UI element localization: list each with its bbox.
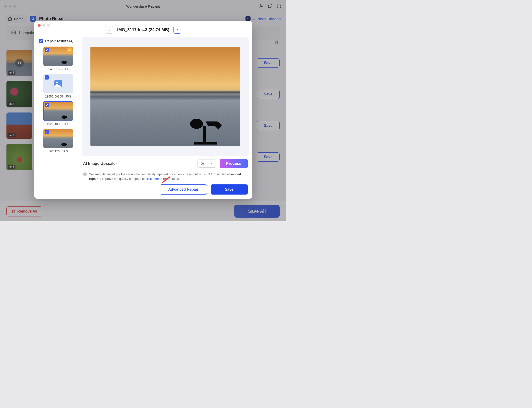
titlebar: Wondershare Repairit xyxy=(0,0,286,12)
home-label: Home xyxy=(14,17,24,21)
thumbnail[interactable]: 3 xyxy=(7,144,32,170)
advanced-repair-button[interactable]: Advanced Repair xyxy=(160,184,207,195)
results-column: Repair results (4) AI 3240*2152 · JPG 23… xyxy=(38,37,79,184)
result-item[interactable]: 1620*1080 · JPG xyxy=(43,102,73,126)
svg-rect-1 xyxy=(277,6,278,8)
traffic-min[interactable] xyxy=(9,5,11,8)
traffic-lights[interactable] xyxy=(4,5,16,8)
bottom-bar: Remove All Save All xyxy=(0,201,286,221)
svg-rect-5 xyxy=(12,31,16,34)
traffic-close[interactable] xyxy=(4,5,7,8)
result-checkbox[interactable] xyxy=(45,103,49,107)
preview-eye-icon[interactable] xyxy=(15,59,24,67)
result-item[interactable]: 160*120 · JPG xyxy=(43,129,73,153)
unrepaired-label: Unrepaire xyxy=(19,31,35,35)
message-icon[interactable] xyxy=(268,3,273,9)
home-icon xyxy=(8,17,12,21)
results-label: Repair results (4) xyxy=(45,39,74,43)
report-link[interactable]: click here xyxy=(146,177,159,180)
image-icon xyxy=(11,30,16,36)
thumb-count: 4 xyxy=(8,70,16,75)
upscaler-row: AI Image Upscaler 2x Process xyxy=(82,156,249,170)
preview-image xyxy=(90,47,240,146)
result-checkbox[interactable] xyxy=(45,48,49,52)
result-item[interactable]: AI 3240*2152 · JPG xyxy=(43,47,73,71)
svg-rect-10 xyxy=(9,166,11,167)
section-title: Photo Repair xyxy=(39,16,65,21)
app-title: Wondershare Repairit xyxy=(0,4,286,8)
ai-photo-enhancer-link[interactable]: AI AI Photo Enhancer xyxy=(245,16,281,21)
save-button[interactable]: Save xyxy=(257,152,280,162)
info-text: Severely damaged photos cannot be comple… xyxy=(89,172,248,181)
thumb-count: 3 xyxy=(8,133,16,137)
thumbnail[interactable]: 4 xyxy=(7,50,32,76)
user-icon[interactable] xyxy=(259,3,264,9)
svg-rect-9 xyxy=(9,135,11,136)
modal-file-title: IMG_3117-lo...3 (24.74 MB) xyxy=(117,27,169,32)
save-button[interactable]: Save xyxy=(257,58,280,68)
upscaler-label: AI Image Upscaler xyxy=(83,161,117,166)
result-item[interactable]: 23552*59395 · JPG xyxy=(43,74,73,98)
traffic-max[interactable] xyxy=(13,5,16,8)
svg-rect-8 xyxy=(9,103,11,105)
headset-icon[interactable] xyxy=(276,3,281,9)
svg-rect-16 xyxy=(194,142,217,144)
modal-traffic-lights[interactable] xyxy=(38,24,50,27)
modal-max-dot[interactable] xyxy=(47,24,50,27)
preview-box xyxy=(82,37,249,156)
svg-point-0 xyxy=(261,4,262,6)
modal-close-dot[interactable] xyxy=(38,24,41,27)
scale-value: 2x xyxy=(201,162,205,165)
modal-footer: Advanced Repair Save xyxy=(34,184,252,199)
select-all-checkbox[interactable] xyxy=(39,39,43,43)
result-meta: 1620*1080 · JPG xyxy=(43,122,73,126)
modal-header: IMG_3117-lo...3 (24.74 MB) xyxy=(34,23,252,37)
chevron-down-icon xyxy=(210,162,213,165)
modal-min-dot[interactable] xyxy=(43,24,45,27)
result-meta: 23552*59395 · JPG xyxy=(43,95,73,98)
result-checkbox[interactable] xyxy=(45,130,49,134)
thumb-count: 3 xyxy=(8,102,16,106)
save-button[interactable]: Save xyxy=(257,90,280,99)
trash-icon[interactable] xyxy=(274,40,279,46)
thumbnail[interactable]: 3 xyxy=(7,81,32,107)
result-checkbox[interactable] xyxy=(45,75,49,79)
modal-save-button[interactable]: Save xyxy=(211,184,248,195)
remove-all-label: Remove All xyxy=(17,209,37,213)
sculpture-silhouette xyxy=(185,112,227,144)
home-button[interactable]: Home xyxy=(5,15,27,23)
svg-rect-7 xyxy=(9,72,11,73)
trash-icon xyxy=(11,209,16,213)
save-button[interactable]: Save xyxy=(257,121,280,130)
info-icon: i xyxy=(83,172,87,176)
svg-rect-2 xyxy=(280,6,281,8)
result-meta: 160*120 · JPG xyxy=(43,150,73,153)
result-meta: 3240*2152 · JPG xyxy=(43,67,73,71)
ai-enhancer-label: AI Photo Enhancer xyxy=(252,17,281,21)
preview-column: AI Image Upscaler 2x Process i Severely … xyxy=(79,37,249,184)
scale-select[interactable]: 2x xyxy=(198,160,216,168)
thumbnail[interactable]: 3 xyxy=(7,112,32,139)
ai-enhancer-icon: AI xyxy=(245,16,251,21)
thumb-count: 3 xyxy=(8,165,16,169)
repair-modal: IMG_3117-lo...3 (24.74 MB) Repair result… xyxy=(34,21,252,199)
ai-tag-icon: AI xyxy=(67,48,72,52)
prev-button[interactable] xyxy=(105,26,113,34)
photo-repair-icon xyxy=(30,16,36,22)
process-button[interactable]: Process xyxy=(220,159,248,168)
info-row: i Severely damaged photos cannot be comp… xyxy=(82,170,249,185)
svg-point-12 xyxy=(56,82,58,83)
next-button[interactable] xyxy=(174,26,181,34)
save-all-button[interactable]: Save All xyxy=(234,205,280,218)
remove-all-button[interactable]: Remove All xyxy=(7,206,42,216)
svg-rect-13 xyxy=(203,126,206,144)
